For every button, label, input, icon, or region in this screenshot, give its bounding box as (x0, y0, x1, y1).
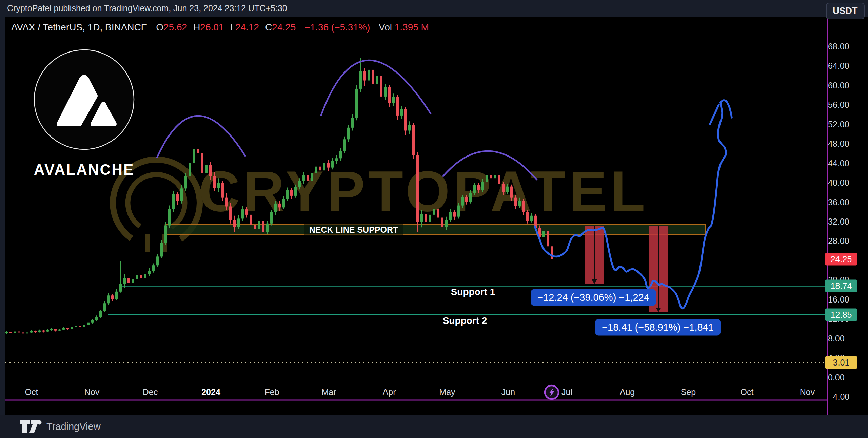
candle-body (107, 295, 110, 303)
page: CryptoPatel published on TradingView.com… (0, 0, 868, 438)
ohlc-value: 24.25 (272, 22, 296, 33)
currency-button[interactable]: USDT (826, 3, 865, 19)
candle-body (46, 330, 49, 331)
candle-body (461, 197, 464, 205)
candle-body (506, 187, 509, 192)
candle-body (449, 212, 452, 220)
candle-body (327, 163, 330, 167)
candle-body (547, 231, 549, 247)
time-axis-label[interactable]: Oct (741, 387, 754, 397)
price-tick: 60.00 (828, 80, 865, 90)
candle-body (30, 331, 33, 332)
candle-body (95, 317, 98, 320)
price-tick: 28.00 (828, 236, 865, 246)
candle-body (315, 167, 317, 173)
projection-line (710, 105, 719, 124)
candle-body (34, 331, 37, 332)
symbol-title[interactable]: AVAX / TetherUS, 1D, BINANCE (11, 22, 147, 33)
candle-body (119, 284, 122, 292)
price-tick: 8.00 (828, 333, 865, 343)
candle-body (498, 175, 500, 184)
candle-body (514, 198, 517, 206)
measurement-label: −12.24 (−39.06%) −1,224 (531, 289, 656, 306)
candle-body (254, 225, 256, 229)
candle-body (433, 209, 435, 215)
projection-line (535, 102, 726, 309)
candle-body (518, 201, 521, 206)
candle-body (400, 109, 403, 116)
candle-body (481, 182, 484, 190)
ohlc-key: H (193, 22, 200, 33)
candle-body (241, 209, 244, 218)
candle-body (526, 212, 529, 221)
price-tick: −4.00 (828, 392, 865, 401)
candle-body (9, 332, 12, 333)
candle-body (473, 185, 476, 193)
candle-body (331, 161, 334, 167)
time-axis-label[interactable]: Nov (800, 387, 815, 397)
pattern-arc (321, 60, 431, 115)
ohlc-key: O (156, 22, 163, 33)
candle-body (58, 330, 61, 331)
candle-body (363, 71, 366, 80)
price-tag-label: 3.01 (825, 356, 857, 369)
tradingview-label[interactable]: TradingView (46, 421, 101, 432)
candle-body (156, 256, 159, 265)
time-axis-label[interactable]: Jun (501, 387, 515, 397)
candle-body (339, 151, 342, 159)
time-axis-label[interactable]: Dec (143, 387, 158, 397)
time-axis-label[interactable]: May (439, 387, 455, 397)
candle-body (404, 109, 407, 130)
tradingview-logo-icon[interactable] (19, 420, 42, 433)
time-axis-label[interactable]: Feb (264, 387, 279, 397)
candle-body (54, 329, 57, 330)
avalanche-icon (28, 43, 140, 156)
candle-body (551, 246, 553, 259)
candle-body (319, 167, 321, 170)
candle-body (172, 194, 175, 209)
candle-body (160, 243, 163, 256)
candle-body (429, 215, 431, 222)
candle-body (465, 197, 468, 202)
candle-body (50, 329, 53, 330)
ohlc-key: C (265, 22, 272, 33)
candle-body (201, 153, 203, 173)
time-axis-label[interactable]: Jul (561, 387, 572, 397)
candle-body (445, 220, 448, 227)
candle-body (66, 328, 69, 329)
candle-body (372, 70, 374, 84)
candle-body (189, 163, 191, 176)
price-tick: 44.00 (828, 158, 865, 168)
candle-body (99, 311, 102, 317)
candle-body (14, 332, 16, 333)
candle-body (441, 218, 443, 227)
support-level-label: Support 2 (443, 315, 487, 326)
time-axis-label[interactable]: Oct (25, 387, 38, 397)
candle-body (388, 87, 391, 103)
candle-body (26, 332, 28, 333)
candle-body (469, 193, 472, 202)
candle-body (266, 224, 269, 232)
time-axis-label[interactable]: Apr (383, 387, 396, 397)
candle-body (209, 165, 212, 176)
price-tick: 40.00 (828, 178, 865, 188)
candle-body (225, 198, 228, 207)
price-tag-label: 18.74 (825, 280, 857, 292)
candle-body (205, 165, 208, 173)
candle-body (217, 183, 220, 188)
candle-body (347, 128, 350, 139)
candle-body (286, 190, 289, 199)
candle-body (197, 149, 199, 153)
candle-body (457, 206, 460, 217)
candle-body (136, 275, 138, 279)
time-axis-label[interactable]: Aug (620, 387, 635, 397)
time-axis-label[interactable]: Nov (84, 387, 99, 397)
time-axis-label[interactable]: Mar (321, 387, 336, 397)
candle-body (213, 176, 216, 188)
candle-body (274, 204, 277, 212)
ohlc-value: 25.62 (163, 22, 187, 33)
time-axis-label[interactable]: 2024 (201, 387, 220, 397)
ohlc-value: 24.12 (235, 22, 259, 33)
candle-body (412, 125, 415, 155)
time-axis-label[interactable]: Sep (681, 387, 696, 397)
